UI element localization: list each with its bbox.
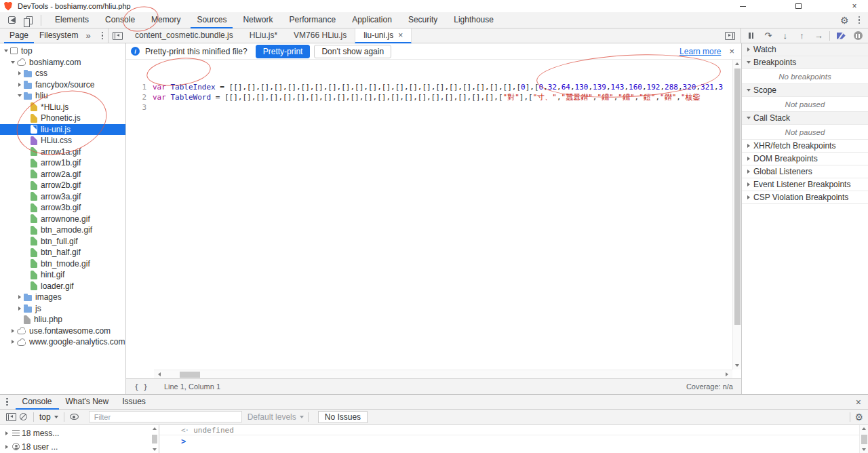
settings-gear-icon[interactable]: ⚙ [840, 16, 849, 25]
more-tabs-icon[interactable]: » [83, 31, 92, 41]
editor-tab-content-cosmetic-bundle-js[interactable]: content_cosmetic.bundle.js [127, 28, 241, 43]
tree-item-btn-half-gif[interactable]: btn_half.gif [0, 247, 125, 258]
scroll-up-icon[interactable] [733, 60, 741, 68]
tab-filesystem[interactable]: Filesystem [34, 28, 83, 43]
inspect-element-button[interactable] [5, 14, 18, 26]
step-out-icon[interactable]: ↑ [795, 29, 810, 43]
learn-more-link[interactable]: Learn more [679, 47, 721, 56]
console-output[interactable]: <· undefined > [159, 425, 868, 453]
maximize-button[interactable] [788, 0, 808, 12]
expanded-arrow-icon[interactable] [9, 61, 16, 64]
collapsed-arrow-icon[interactable] [16, 307, 23, 311]
tree-item-fancybox-source[interactable]: fancybox/source [0, 79, 125, 91]
tree-item-css[interactable]: css [0, 68, 125, 79]
tree-item-btn-full-gif[interactable]: btn_full.gif [0, 236, 125, 248]
step-icon[interactable]: → [811, 29, 826, 43]
collapsed-arrow-icon[interactable] [16, 295, 23, 299]
pause-on-exceptions-button[interactable] [850, 29, 865, 43]
device-toolbar-button[interactable] [23, 14, 35, 26]
console-prompt-row[interactable]: > [159, 435, 868, 447]
tree-item-btn-amode-gif[interactable]: btn_amode.gif [0, 224, 125, 236]
javascript-context-dropdown[interactable]: top [38, 412, 60, 422]
editor-horizontal-scrollbar[interactable] [154, 370, 732, 378]
line-number[interactable]: 2 [126, 92, 146, 102]
tree-item-use-fontawesome-com[interactable]: use.fontawesome.com [0, 326, 125, 337]
collapsed-arrow-icon[interactable] [9, 329, 16, 333]
scroll-left-icon[interactable] [155, 370, 163, 378]
tree-item-arrownone-gif[interactable]: arrownone.gif [0, 214, 125, 225]
editor-tab-vm766-hliu-js[interactable]: VM766 HLiu.js [285, 28, 355, 43]
pause-script-button[interactable] [744, 29, 759, 43]
section-event-listener-breakpoints[interactable]: Event Listener Breakpoints [742, 178, 868, 191]
editor-vertical-scrollbar[interactable] [732, 60, 741, 370]
editor-tab-liu-uni-js[interactable]: liu-uni.js× [355, 28, 412, 43]
collapsed-arrow-icon[interactable] [9, 340, 16, 344]
console-settings-gear-icon[interactable]: ⚙ [854, 412, 863, 422]
show-console-sidebar-button[interactable] [5, 411, 17, 423]
section-global-listeners[interactable]: Global Listeners [742, 165, 868, 178]
drawer-tab-issues[interactable]: Issues [115, 395, 153, 410]
tab-page[interactable]: Page [4, 28, 34, 43]
pretty-print-toggle-icon[interactable]: { } [134, 382, 148, 391]
tree-item-liu-uni-js[interactable]: liu-uni.js [0, 124, 125, 136]
tree-item-js[interactable]: js [0, 303, 125, 315]
section-breakpoints[interactable]: Breakpoints [742, 56, 868, 69]
toggle-debugger-sidebar-icon[interactable] [725, 32, 735, 40]
log-levels-dropdown[interactable]: Default levels [248, 412, 304, 422]
tree-item-arrow1b-gif[interactable]: arrow1b.gif [0, 157, 125, 169]
tab-sources[interactable]: Sources [191, 12, 233, 28]
tab-lighthouse[interactable]: Lighthouse [448, 12, 500, 28]
editor-tab-hliu-js[interactable]: HLiu.js* [241, 28, 285, 43]
tree-item-arrow1a-gif[interactable]: arrow1a.gif [0, 146, 125, 158]
collapsed-arrow-icon[interactable] [16, 83, 23, 87]
dont-show-again-button[interactable]: Don't show again [314, 45, 391, 58]
tree-item-arrow3b-gif[interactable]: arrow3b.gif [0, 202, 125, 214]
tree-item-hliu[interactable]: hliu [0, 90, 125, 102]
section-xhr-fetch-breakpoints[interactable]: XHR/fetch Breakpoints [742, 140, 868, 153]
deactivate-breakpoints-button[interactable] [833, 29, 848, 43]
tree-item-arrow3a-gif[interactable]: arrow3a.gif [0, 191, 125, 203]
scrollbar-thumb[interactable] [152, 435, 157, 444]
scroll-right-icon[interactable] [723, 370, 731, 378]
tree-item-hliu-js[interactable]: *HLiu.js [0, 102, 125, 113]
clear-console-button[interactable] [17, 411, 29, 423]
expanded-arrow-icon[interactable] [3, 50, 9, 52]
more-options-icon[interactable] [857, 15, 862, 26]
tab-elements[interactable]: Elements [49, 12, 95, 28]
tab-performance[interactable]: Performance [283, 12, 342, 28]
tree-item-www-google-analytics-com[interactable]: www.google-analytics.com [0, 336, 125, 348]
tree-item-hliu-css[interactable]: HLiu.css [0, 135, 125, 146]
scroll-down-icon[interactable] [862, 448, 866, 451]
close-drawer-icon[interactable]: × [856, 397, 861, 408]
console-output-scrollbar[interactable] [859, 425, 868, 453]
section-watch[interactable]: Watch [742, 43, 868, 56]
pretty-print-button[interactable]: Pretty-print [256, 45, 311, 58]
scrollbar-thumb[interactable] [861, 435, 867, 444]
scrollbar-thumb[interactable] [180, 372, 200, 378]
section-dom-breakpoints[interactable]: DOM Breakpoints [742, 153, 868, 165]
scroll-down-icon[interactable] [733, 361, 741, 370]
scroll-up-icon[interactable] [862, 427, 866, 430]
close-button[interactable]: × [844, 0, 865, 12]
scroll-up-icon[interactable] [153, 427, 157, 430]
tree-item-arrow2b-gif[interactable]: arrow2b.gif [0, 180, 125, 191]
tab-memory[interactable]: Memory [145, 12, 186, 28]
line-number[interactable]: 3 [126, 102, 146, 113]
no-issues-button[interactable]: No Issues [318, 411, 368, 423]
console-sidebar-scrollbar[interactable] [151, 426, 158, 452]
scroll-down-icon[interactable] [153, 448, 157, 451]
close-tab-icon[interactable]: × [398, 31, 403, 39]
navigator-more-options-icon[interactable] [100, 31, 105, 41]
section-csp-violation-breakpoints[interactable]: CSP Violation Breakpoints [742, 191, 868, 204]
collapsed-arrow-icon[interactable] [16, 71, 23, 75]
tree-item-arrow2a-gif[interactable]: arrow2a.gif [0, 169, 125, 180]
show-navigator-icon[interactable] [113, 32, 123, 40]
console-filter-input[interactable] [89, 411, 242, 422]
create-live-expression-button[interactable] [68, 411, 81, 423]
section-call-stack[interactable]: Call Stack [742, 112, 868, 125]
tree-item-images[interactable]: images [0, 292, 125, 303]
drawer-tab-console[interactable]: Console [16, 395, 59, 410]
tab-security[interactable]: Security [402, 12, 443, 28]
scrollbar-thumb[interactable] [734, 68, 741, 325]
line-number[interactable]: 1 [126, 82, 146, 92]
